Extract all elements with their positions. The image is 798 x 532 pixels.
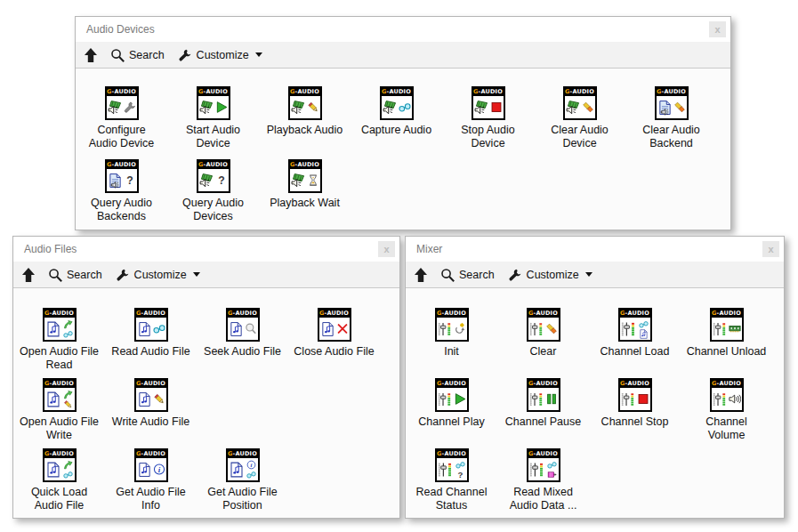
palette-item[interactable]: G-AUDIOStart Audio Device — [167, 86, 259, 150]
play-icon — [454, 391, 466, 407]
palette-item[interactable]: G-AUDIOInit — [406, 308, 497, 359]
customize-button[interactable]: Customize — [116, 268, 200, 282]
palette-item[interactable]: G-AUDIOChannel Play — [406, 378, 497, 429]
icon-banner: G-AUDIO — [473, 88, 504, 96]
palette-item[interactable]: G-AUDIOQuery Audio Devices — [167, 159, 259, 223]
search-button[interactable]: Search — [110, 48, 165, 62]
info-icon — [153, 461, 165, 478]
palette-item[interactable]: G-AUDIOOpen Audio File Write — [13, 378, 105, 442]
palette-item[interactable]: G-AUDIOPlayback Wait — [259, 159, 351, 210]
glasses-icon — [638, 319, 649, 329]
icon-banner: G-AUDIO — [136, 450, 166, 458]
palette-item[interactable]: G-AUDIOWrite Audio File — [105, 378, 197, 429]
icon-banner: G-AUDIO — [319, 310, 350, 318]
play-icon — [215, 99, 228, 116]
palette-item[interactable]: G-AUDIOQuick Load Audio File — [13, 448, 105, 512]
pause-icon — [545, 391, 558, 407]
speaker-base-icon — [566, 98, 581, 117]
palette-item[interactable]: G-AUDIOClear — [497, 308, 589, 359]
palette-item[interactable]: G-AUDIOQuery Audio Backends — [76, 159, 167, 223]
palette-item-label: Read Mixed Audio Data ... — [510, 486, 577, 512]
vi-icon: G-AUDIO — [134, 378, 168, 412]
glasses-icon — [62, 470, 74, 480]
title-bar[interactable]: Mixer x — [406, 237, 784, 262]
ram-icon — [729, 320, 741, 337]
icon-banner: G-AUDIO — [44, 380, 75, 388]
question-icon — [124, 172, 136, 189]
palette-item[interactable]: G-AUDIOClear Audio Backend — [625, 86, 717, 150]
palette-item[interactable]: G-AUDIOClear Audio Device — [534, 86, 625, 150]
palette-item[interactable]: G-AUDIOClose Audio File — [288, 308, 380, 359]
glasses-icon — [153, 320, 165, 337]
fader-base-icon — [713, 390, 728, 409]
pencil-icon — [307, 99, 319, 116]
speaker-base-icon — [291, 171, 306, 190]
icon-banner: G-AUDIO — [565, 88, 595, 96]
title-bar[interactable]: Audio Devices x — [76, 17, 730, 42]
arrow-icon — [62, 319, 74, 329]
palette-item[interactable]: G-AUDIORead Channel Status — [406, 448, 497, 512]
palette-item[interactable]: G-AUDIOChannel Stop — [589, 378, 681, 429]
palette-item[interactable]: G-AUDIOConfigure Audio Device — [76, 86, 167, 150]
speaker-base-icon — [199, 98, 214, 117]
palette-item[interactable]: G-AUDIOChannel Pause — [497, 378, 589, 429]
search-button[interactable]: Search — [440, 268, 495, 282]
customize-button[interactable]: Customize — [178, 48, 262, 62]
toolbar: Search Customize — [406, 262, 784, 288]
palette-item-label: Clear Audio Device — [551, 124, 609, 150]
palette-item[interactable]: G-AUDIOChannel Unload — [681, 308, 772, 359]
wrench-icon — [116, 268, 130, 282]
palette-item[interactable]: G-AUDIORead Audio File — [105, 308, 197, 359]
vi-icon: G-AUDIO — [43, 308, 77, 342]
up-button[interactable] — [85, 48, 97, 62]
vi-icon: G-AUDIO — [618, 308, 652, 342]
palette-item[interactable]: G-AUDIORead Mixed Audio Data ... — [497, 448, 589, 512]
vi-icon: G-AUDIO — [43, 448, 77, 482]
vi-icon: G-AUDIO — [288, 159, 322, 193]
close-button[interactable]: x — [378, 241, 395, 257]
up-button[interactable] — [415, 268, 427, 282]
fader-base-icon — [438, 319, 453, 339]
icon-banner: G-AUDIO — [437, 310, 467, 318]
icon-banner: G-AUDIO — [290, 161, 320, 169]
glasses-icon — [246, 470, 257, 480]
pencil-icon — [62, 399, 74, 409]
hourglass-icon — [307, 172, 319, 189]
fader-base-icon — [621, 319, 637, 339]
fader-base-icon — [621, 390, 636, 409]
palette-item-label: Start Audio Device — [186, 124, 240, 150]
icon-banner: G-AUDIO — [528, 450, 559, 458]
palette-item[interactable]: G-AUDIOChannel Load — [589, 308, 681, 359]
palette-item[interactable]: G-AUDIOStop Audio Device — [442, 86, 534, 150]
vi-icon: G-AUDIO — [288, 86, 322, 120]
title-bar[interactable]: Audio Files x — [13, 237, 399, 262]
palette-item[interactable]: G-AUDIOGet Audio File Info — [105, 448, 197, 512]
arrow-icon — [62, 390, 74, 399]
close-button[interactable]: x — [762, 241, 779, 257]
vi-icon: G-AUDIO — [527, 308, 560, 342]
icon-banner: G-AUDIO — [107, 161, 137, 169]
vi-icon: G-AUDIO — [226, 448, 260, 482]
palette-item-label: Get Audio File Position — [207, 486, 278, 512]
palette-item[interactable]: G-AUDIOGet Audio File Position — [197, 448, 288, 512]
palette-item-label: Init — [444, 345, 459, 359]
palette-item[interactable]: G-AUDIOSeek Audio File — [197, 308, 288, 359]
palette-grid: G-AUDIOConfigure Audio DeviceG-AUDIOStar… — [76, 69, 730, 230]
up-arrow-icon — [415, 268, 427, 282]
palette-item[interactable]: G-AUDIOPlayback Audio — [259, 86, 351, 137]
fader-base-icon — [713, 319, 728, 339]
palette-item-label: Channel Play — [418, 415, 484, 429]
vi-icon: G-AUDIO — [226, 308, 260, 342]
up-button[interactable] — [22, 268, 35, 282]
vi-icon: G-AUDIO — [563, 86, 597, 120]
palette-item[interactable]: G-AUDIOOpen Audio File Read — [13, 308, 105, 372]
doc-note-base-icon — [137, 319, 152, 339]
vi-icon: G-AUDIO — [43, 378, 77, 412]
eraser-icon — [545, 320, 558, 337]
customize-button[interactable]: Customize — [508, 268, 592, 282]
customize-label: Customize — [134, 269, 187, 281]
search-button[interactable]: Search — [48, 268, 102, 282]
close-button[interactable]: x — [709, 21, 726, 37]
palette-item[interactable]: G-AUDIOChannel Volume — [681, 378, 772, 442]
palette-item[interactable]: G-AUDIOCapture Audio — [351, 86, 442, 137]
